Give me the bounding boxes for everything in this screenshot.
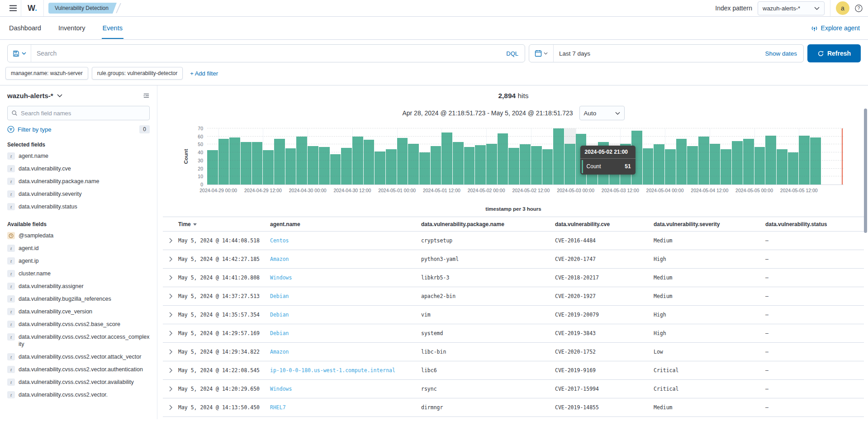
cell-agent-name[interactable]: Debian xyxy=(270,312,421,318)
histogram-bar[interactable] xyxy=(453,142,464,184)
agent-link[interactable]: Amazon xyxy=(270,256,289,262)
column-header-time[interactable]: Time xyxy=(178,221,270,227)
histogram-bar[interactable] xyxy=(441,132,452,184)
field-item[interactable]: tdata.vulnerability.cve_version xyxy=(7,305,150,318)
histogram-bar[interactable] xyxy=(542,149,553,184)
expand-row-button[interactable] xyxy=(163,349,178,355)
histogram-bar[interactable] xyxy=(498,133,508,184)
cell-agent-name[interactable]: Centos xyxy=(270,237,421,244)
help-icon[interactable]: ? xyxy=(855,5,863,12)
histogram-bar[interactable] xyxy=(508,148,519,184)
field-item[interactable]: tdata.vulnerability.cvss.cvss2.vector. xyxy=(7,388,150,401)
histogram-bar[interactable] xyxy=(475,145,486,184)
field-item[interactable]: tdata.vulnerability.cvss.cvss2.vector.at… xyxy=(7,350,150,363)
field-item[interactable]: tdata.vulnerability.cve xyxy=(7,162,150,175)
histogram-bar[interactable] xyxy=(419,152,430,184)
histogram-bar[interactable] xyxy=(274,139,285,184)
expand-row-button[interactable] xyxy=(163,256,178,262)
expand-row-button[interactable] xyxy=(163,238,178,243)
histogram-bar[interactable] xyxy=(665,149,676,184)
field-item[interactable]: tcluster.name xyxy=(7,267,150,280)
expand-row-button[interactable] xyxy=(163,368,178,373)
agent-link[interactable]: RHEL7 xyxy=(270,404,286,411)
field-item[interactable]: tdata.vulnerability.bugzilla_references xyxy=(7,293,150,305)
expand-row-button[interactable] xyxy=(163,293,178,299)
cell-agent-name[interactable]: Amazon xyxy=(270,256,421,262)
avatar[interactable]: a xyxy=(836,1,849,15)
expand-row-button[interactable] xyxy=(163,386,178,392)
field-item[interactable]: tdata.vulnerability.package.name xyxy=(7,175,150,188)
tab-events[interactable]: Events xyxy=(102,18,123,38)
explore-agent-button[interactable]: Explore agent xyxy=(811,24,860,32)
cell-agent-name[interactable]: Amazon xyxy=(270,349,421,355)
cell-agent-name[interactable]: Windows xyxy=(270,274,421,281)
expand-row-button[interactable] xyxy=(163,275,178,280)
field-item[interactable]: tagent.id xyxy=(7,242,150,255)
histogram-bar[interactable] xyxy=(330,154,341,184)
histogram-bar[interactable] xyxy=(285,148,296,184)
histogram-bar[interactable] xyxy=(397,138,408,184)
search-input[interactable] xyxy=(31,50,500,57)
histogram-bar[interactable] xyxy=(241,142,251,184)
column-header-cve[interactable]: data.vulnerability.cve xyxy=(555,221,654,227)
field-item[interactable]: tdata.vulnerability.cvss.cvss2.vector.ac… xyxy=(7,331,150,350)
field-item[interactable]: tdata.vulnerability.assigner xyxy=(7,280,150,293)
wazuh-logo[interactable]: W. xyxy=(21,4,43,13)
field-item[interactable]: tdata.vulnerability.cvss.cvss2.base_scor… xyxy=(7,318,150,331)
filter-by-type-button[interactable]: Filter by type 0 xyxy=(7,125,150,133)
agent-link[interactable]: Windows xyxy=(270,386,292,392)
agent-link[interactable]: Debian xyxy=(270,312,289,318)
field-item[interactable]: tdata.vulnerability.cvss.cvss2.vector.av… xyxy=(7,376,150,388)
histogram-bar[interactable] xyxy=(263,150,274,184)
histogram-bar[interactable] xyxy=(520,144,531,184)
expand-row-button[interactable] xyxy=(163,312,178,317)
histogram-bar[interactable] xyxy=(721,149,731,184)
tab-inventory[interactable]: Inventory xyxy=(57,18,86,38)
column-header-package-name[interactable]: data.vulnerability.package.name xyxy=(421,221,555,227)
histogram-bar[interactable] xyxy=(654,144,664,184)
saved-query-button[interactable] xyxy=(8,45,31,62)
histogram-chart[interactable]: Count 2024-05-02 21:00 Count 51 2024-04-… xyxy=(207,128,844,185)
field-item[interactable]: tagent.ip xyxy=(7,255,150,267)
histogram-bar[interactable] xyxy=(386,149,397,184)
cell-agent-name[interactable]: RHEL7 xyxy=(270,404,421,411)
field-item[interactable]: tdata.vulnerability.cvss.cvss2.vector.au… xyxy=(7,363,150,376)
agent-link[interactable]: Centos xyxy=(270,237,289,244)
histogram-bar[interactable] xyxy=(732,141,743,184)
column-header-status[interactable]: data.vulnerability.status xyxy=(765,221,864,227)
calendar-button[interactable] xyxy=(529,45,554,62)
field-item[interactable]: @sampledata xyxy=(7,229,150,242)
interval-select[interactable]: Auto xyxy=(579,106,625,120)
field-search-input[interactable] xyxy=(21,110,146,117)
cell-agent-name[interactable]: Debian xyxy=(270,330,421,336)
histogram-bar[interactable] xyxy=(777,149,787,184)
histogram-bar[interactable] xyxy=(341,148,352,184)
agent-link[interactable]: Debian xyxy=(270,293,289,299)
index-pattern-select[interactable]: wazuh-alerts-* xyxy=(758,1,825,15)
histogram-bar[interactable] xyxy=(486,144,497,184)
histogram-bar[interactable] xyxy=(218,139,229,184)
agent-link[interactable]: Debian xyxy=(270,330,289,336)
histogram-bar[interactable] xyxy=(564,144,575,184)
histogram-bar[interactable] xyxy=(207,150,218,184)
query-language-button[interactable]: DQL xyxy=(500,50,525,57)
cell-agent-name[interactable]: Windows xyxy=(270,386,421,392)
column-header-agent-name[interactable]: agent.name xyxy=(270,221,421,227)
field-item[interactable]: tagent.name xyxy=(7,150,150,162)
histogram-bar[interactable] xyxy=(364,140,375,184)
histogram-bar[interactable] xyxy=(252,142,263,184)
refresh-button[interactable]: Refresh xyxy=(807,44,861,62)
histogram-bar[interactable] xyxy=(643,148,654,184)
tab-dashboard[interactable]: Dashboard xyxy=(8,18,42,38)
collapse-sidebar-icon[interactable] xyxy=(143,92,150,99)
menu-icon[interactable] xyxy=(5,0,21,16)
agent-link[interactable]: ip-10-0-0-180.us-west-1.compute.internal xyxy=(270,367,395,374)
cell-agent-name[interactable]: ip-10-0-0-180.us-west-1.compute.internal xyxy=(270,367,421,374)
histogram-bar[interactable] xyxy=(743,139,754,184)
histogram-bar[interactable] xyxy=(464,147,475,184)
cell-agent-name[interactable]: Debian xyxy=(270,293,421,299)
show-dates-button[interactable]: Show dates xyxy=(759,50,803,57)
field-item[interactable]: tdata.vulnerability.status xyxy=(7,200,150,213)
add-filter-button[interactable]: + Add filter xyxy=(190,70,218,77)
histogram-bar[interactable] xyxy=(676,139,687,184)
